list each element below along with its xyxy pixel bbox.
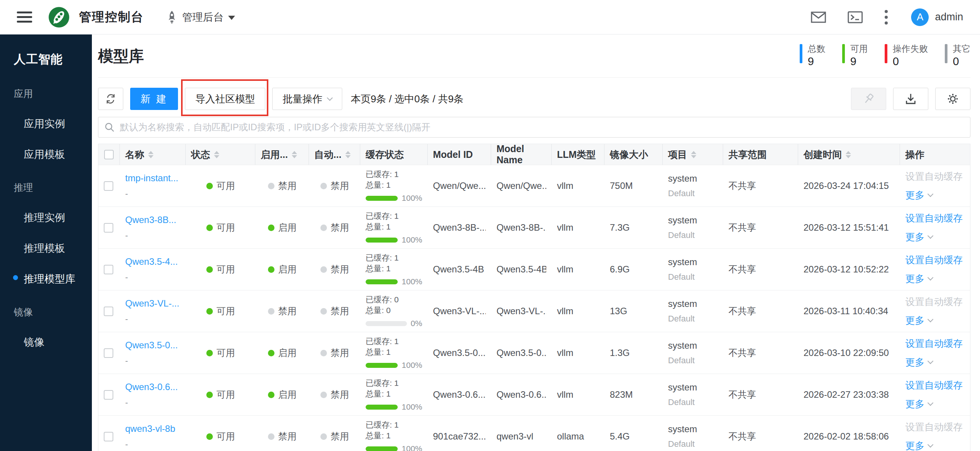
more-link[interactable]: 更多: [905, 440, 965, 451]
set-auto-cache-link[interactable]: 设置自动缓存: [905, 254, 965, 266]
set-auto-cache-link[interactable]: 设置自动缓存: [905, 170, 965, 183]
sidebar-item-inference-templates[interactable]: 推理模板: [0, 225, 92, 255]
model-name-link[interactable]: Qwen3.5-4...: [125, 256, 180, 267]
cell-enabled: 禁用: [255, 416, 309, 451]
more-link[interactable]: 更多: [905, 356, 965, 369]
progress-percent-label: 100%: [402, 194, 422, 203]
cell-model-name: Qwen3.5-4B: [491, 249, 552, 290]
sort-icon[interactable]: [292, 151, 297, 158]
column-header-10[interactable]: 项目: [663, 144, 723, 165]
cache-cached-label: 已缓存: 0: [366, 294, 422, 305]
sidebar-group-images[interactable]: 镜像: [0, 286, 92, 318]
settings-button[interactable]: [935, 88, 970, 110]
model-name-link[interactable]: Qwen3-0.6...: [125, 382, 180, 392]
terminal-icon[interactable]: [848, 11, 863, 23]
more-label: 更多: [905, 189, 924, 202]
kebab-menu-icon[interactable]: [884, 10, 888, 25]
more-link[interactable]: 更多: [905, 231, 965, 243]
status-label: 启用: [278, 347, 297, 359]
record-count: 本页9条 / 选中0条 / 共9条: [351, 92, 464, 106]
progress-track: [366, 238, 398, 243]
cell-enabled: 禁用: [255, 165, 309, 207]
sidebar-group-inference[interactable]: 推理: [0, 161, 92, 194]
progress-track: [366, 363, 398, 368]
cache-progress-bar: 100%: [366, 402, 422, 412]
row-checkbox[interactable]: [104, 390, 113, 400]
status-dot-icon: [206, 225, 213, 231]
model-name-link[interactable]: Qwen3-VL-...: [125, 298, 180, 309]
cell-auto-update: 禁用: [309, 374, 360, 415]
more-link[interactable]: 更多: [905, 272, 965, 285]
row-checkbox[interactable]: [104, 181, 113, 191]
chevron-down-icon: [928, 400, 934, 406]
batch-actions-button[interactable]: 批量操作: [272, 88, 342, 110]
mail-icon[interactable]: [811, 11, 826, 23]
row-checkbox[interactable]: [104, 223, 113, 233]
create-button[interactable]: 新 建: [130, 88, 178, 110]
chevron-down-icon: [928, 317, 934, 323]
refresh-button[interactable]: [98, 88, 123, 110]
sidebar-group-apps[interactable]: 应用: [0, 67, 92, 100]
column-header-4[interactable]: 自动...: [309, 144, 360, 165]
status-label: 可用: [217, 305, 235, 317]
menu-icon[interactable]: [17, 11, 32, 23]
progress-percent-label: 0%: [411, 319, 422, 328]
sort-icon[interactable]: [148, 151, 154, 158]
select-all-checkbox-cell: [98, 144, 120, 165]
cache-progress-bar: 100%: [366, 194, 422, 203]
cell-cache-status: 已缓存: 1总量: 1100%: [360, 249, 428, 290]
row-checkbox[interactable]: [104, 307, 113, 316]
column-header-3[interactable]: 启用...: [255, 144, 309, 165]
cell-image-size: 13G: [604, 290, 663, 332]
column-header-12[interactable]: 创建时间: [798, 144, 900, 165]
search-input[interactable]: [119, 121, 964, 133]
set-auto-cache-link[interactable]: 设置自动缓存: [905, 421, 965, 433]
cell-name: tmp-instant...-: [120, 165, 186, 207]
model-name-link[interactable]: qwen3-vl-8b: [125, 423, 180, 434]
value-text: Qwen3-0.6...: [433, 389, 486, 400]
model-name-sub: -: [125, 440, 180, 449]
sort-icon[interactable]: [846, 151, 851, 158]
avatar[interactable]: A: [911, 8, 929, 26]
value-text: 750M: [610, 180, 657, 191]
table-row: qwen3-vl-8b-可用禁用禁用已缓存: 1总量: 1100%901cae7…: [98, 415, 970, 451]
sort-up-icon: [691, 151, 696, 154]
more-link[interactable]: 更多: [905, 189, 965, 202]
stat-failed: 操作失败 0: [885, 44, 928, 68]
more-link[interactable]: 更多: [905, 314, 965, 327]
column-header-1[interactable]: 名称: [120, 144, 186, 165]
model-name-link[interactable]: Qwen3.5-0...: [125, 340, 180, 351]
set-auto-cache-link[interactable]: 设置自动缓存: [905, 212, 965, 225]
stat-bar-failed: [885, 44, 887, 63]
sidebar-item-inference-instances[interactable]: 推理实例: [0, 194, 92, 225]
row-checkbox[interactable]: [104, 348, 113, 358]
set-auto-cache-link[interactable]: 设置自动缓存: [905, 295, 965, 308]
select-all-checkbox[interactable]: [104, 150, 114, 159]
row-checkbox[interactable]: [104, 265, 113, 274]
progress-fill: [366, 405, 398, 410]
sort-icon[interactable]: [214, 151, 219, 158]
import-community-model-button[interactable]: 导入社区模型: [185, 88, 265, 110]
sort-icon[interactable]: [345, 151, 351, 158]
sidebar-item-inference-model-library[interactable]: 推理模型库: [0, 255, 92, 286]
sidebar-item-images[interactable]: 镜像: [0, 318, 92, 349]
cell-model-name: Qwen/Qwe...: [491, 165, 552, 207]
row-checkbox[interactable]: [104, 432, 113, 441]
pin-button[interactable]: [851, 88, 886, 110]
sidebar-item-app-templates[interactable]: 应用模板: [0, 131, 92, 161]
download-button[interactable]: [893, 88, 928, 110]
column-label: 操作: [905, 148, 924, 161]
value-text: 不共享: [728, 305, 793, 317]
sidebar-item-app-instances[interactable]: 应用实例: [0, 100, 92, 131]
top-bar: 管理控制台 管理后台 A admin: [0, 0, 980, 34]
row-checkbox-cell: [98, 416, 120, 451]
status-label: 禁用: [278, 430, 297, 443]
column-header-2[interactable]: 状态: [186, 144, 255, 165]
workspace-switcher[interactable]: 管理后台: [166, 10, 235, 24]
sort-icon[interactable]: [691, 151, 696, 158]
set-auto-cache-link[interactable]: 设置自动缓存: [905, 337, 965, 350]
set-auto-cache-link[interactable]: 设置自动缓存: [905, 379, 965, 392]
model-name-link[interactable]: Qwen3-8B...: [125, 215, 180, 225]
model-name-link[interactable]: tmp-instant...: [125, 173, 180, 184]
more-link[interactable]: 更多: [905, 398, 965, 410]
